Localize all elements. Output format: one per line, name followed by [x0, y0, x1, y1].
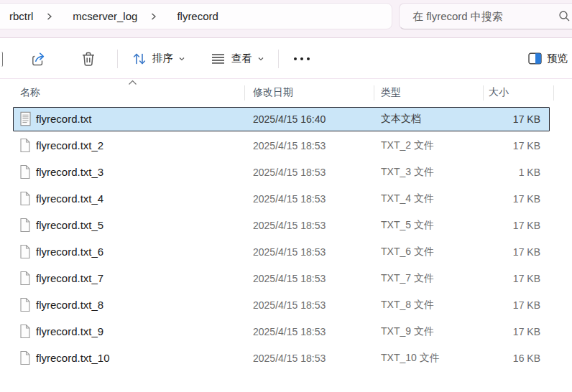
file-type: TXT_7 文件 [381, 265, 434, 291]
file-name: flyrecord.txt_4 [36, 185, 103, 212]
chevron-right-icon [46, 12, 52, 21]
file-date: 2025/4/15 16:40 [253, 106, 326, 132]
trash-icon [80, 50, 97, 67]
file-list: flyrecord.txt 2025/4/15 16:40 文本文档 17 KB… [0, 106, 572, 371]
share-icon [30, 50, 48, 67]
sort-button[interactable]: 排序 [127, 47, 190, 71]
file-type: TXT_2 文件 [381, 132, 434, 159]
file-date: 2025/4/15 18:53 [253, 132, 326, 159]
table-row-selected[interactable]: flyrecord.txt 2025/4/15 16:40 文本文档 17 KB [0, 106, 572, 132]
file-type: TXT_5 文件 [381, 212, 434, 238]
file-name: flyrecord.txt_9 [36, 318, 103, 345]
table-row[interactable]: flyrecord.txt_8 2025/4/15 18:53 TXT_8 文件… [0, 291, 572, 318]
file-name: flyrecord.txt_7 [36, 265, 103, 291]
breadcrumb-item-rbctrl[interactable]: rbctrl [4, 7, 39, 25]
file-size: 17 KB [460, 265, 540, 291]
file-size: 1 KB [460, 159, 540, 185]
file-generic-icon [19, 132, 31, 159]
chevron-right-icon [150, 12, 157, 21]
column-resize-handle[interactable] [244, 85, 245, 101]
file-generic-icon [19, 159, 31, 185]
table-row[interactable]: flyrecord.txt_4 2025/4/15 18:53 TXT_4 文件… [0, 185, 572, 212]
file-name: flyrecord.txt_10 [36, 345, 110, 371]
file-type: 文本文档 [381, 106, 421, 132]
search-box[interactable] [399, 3, 572, 29]
file-name: flyrecord.txt_5 [36, 212, 103, 238]
preview-pane-icon [528, 52, 542, 65]
file-type: TXT_8 文件 [381, 291, 434, 318]
file-date: 2025/4/15 18:53 [253, 345, 326, 371]
view-button[interactable]: 查看 [206, 47, 269, 71]
table-row[interactable]: flyrecord.txt_6 2025/4/15 18:53 TXT_6 文件… [0, 238, 572, 265]
view-icon [210, 51, 226, 67]
file-date: 2025/4/15 18:53 [253, 238, 326, 265]
file-generic-icon [19, 185, 31, 212]
table-row[interactable]: flyrecord.txt_9 2025/4/15 18:53 TXT_9 文件… [0, 318, 572, 345]
file-size: 17 KB [460, 318, 540, 345]
command-toolbar: 排序 查看 [0, 39, 572, 79]
search-icon[interactable] [558, 10, 571, 22]
sort-button-label: 排序 [152, 52, 173, 65]
preview-toggle-label: 预览 [547, 52, 568, 65]
table-row[interactable]: flyrecord.txt_7 2025/4/15 18:53 TXT_7 文件… [0, 265, 572, 291]
file-size: 17 KB [460, 291, 540, 318]
file-type: TXT_10 文件 [381, 345, 440, 371]
column-header-size[interactable]: 大小 [489, 86, 509, 99]
share-button[interactable] [26, 45, 52, 72]
table-row[interactable]: flyrecord.txt_5 2025/4/15 18:53 TXT_5 文件… [0, 212, 572, 238]
chevron-down-icon [257, 55, 264, 62]
file-explorer-window: rbctrl mcserver_log flyrecord [0, 0, 572, 392]
file-date: 2025/4/15 18:53 [253, 212, 326, 238]
file-date: 2025/4/15 18:53 [253, 318, 326, 345]
chevron-down-icon [178, 55, 185, 62]
preview-toggle-button[interactable]: 预览 [524, 47, 572, 70]
column-header-row: 名称 修改日期 类型 大小 [0, 80, 572, 106]
sort-icon [132, 51, 147, 67]
table-row[interactable]: flyrecord.txt_10 2025/4/15 18:53 TXT_10 … [0, 345, 572, 371]
clipped-icon [0, 52, 3, 67]
delete-button[interactable] [75, 46, 101, 72]
file-type: TXT_4 文件 [381, 185, 434, 212]
column-header-type[interactable]: 类型 [381, 86, 401, 99]
file-size: 17 KB [460, 238, 540, 265]
file-generic-icon [19, 345, 31, 371]
file-name: flyrecord.txt_8 [36, 291, 103, 318]
more-icon [292, 50, 311, 67]
file-generic-icon [19, 265, 31, 291]
column-resize-handle[interactable] [374, 85, 374, 101]
column-resize-handle[interactable] [483, 85, 484, 101]
file-generic-icon [19, 212, 31, 238]
file-size: 17 KB [460, 106, 540, 132]
file-generic-icon [19, 291, 31, 318]
file-date: 2025/4/15 18:53 [253, 265, 326, 291]
sort-ascending-indicator-icon [128, 80, 137, 85]
column-header-name[interactable]: 名称 [20, 86, 40, 99]
breadcrumb-item-flyrecord[interactable]: flyrecord [171, 7, 224, 25]
file-name: flyrecord.txt_6 [36, 238, 103, 265]
table-row[interactable]: flyrecord.txt_3 2025/4/15 18:53 TXT_3 文件… [0, 159, 572, 185]
file-date: 2025/4/15 18:53 [253, 291, 326, 318]
file-type: TXT_3 文件 [381, 159, 434, 185]
view-button-label: 查看 [231, 52, 252, 65]
search-input[interactable] [412, 10, 558, 22]
more-options-button[interactable] [288, 46, 315, 72]
address-bar[interactable]: rbctrl mcserver_log flyrecord [0, 3, 392, 29]
file-size: 16 KB [460, 345, 540, 371]
file-name: flyrecord.txt_3 [36, 159, 103, 185]
file-generic-icon [19, 318, 31, 345]
file-name: flyrecord.txt [36, 106, 92, 132]
toolbar-divider [278, 50, 279, 68]
file-type: TXT_6 文件 [381, 238, 434, 265]
file-date: 2025/4/15 18:53 [253, 185, 326, 212]
file-text-icon [19, 106, 32, 132]
table-row[interactable]: flyrecord.txt_2 2025/4/15 18:53 TXT_2 文件… [0, 132, 572, 159]
file-generic-icon [19, 238, 31, 265]
file-size: 17 KB [460, 185, 540, 212]
file-size: 17 KB [460, 212, 540, 238]
column-header-date[interactable]: 修改日期 [253, 86, 293, 99]
file-name: flyrecord.txt_2 [36, 132, 103, 159]
column-resize-handle[interactable] [553, 85, 554, 101]
file-type: TXT_9 文件 [381, 318, 434, 345]
address-toolbar: rbctrl mcserver_log flyrecord [0, 0, 572, 38]
breadcrumb-item-mcserver-log[interactable]: mcserver_log [67, 7, 143, 25]
